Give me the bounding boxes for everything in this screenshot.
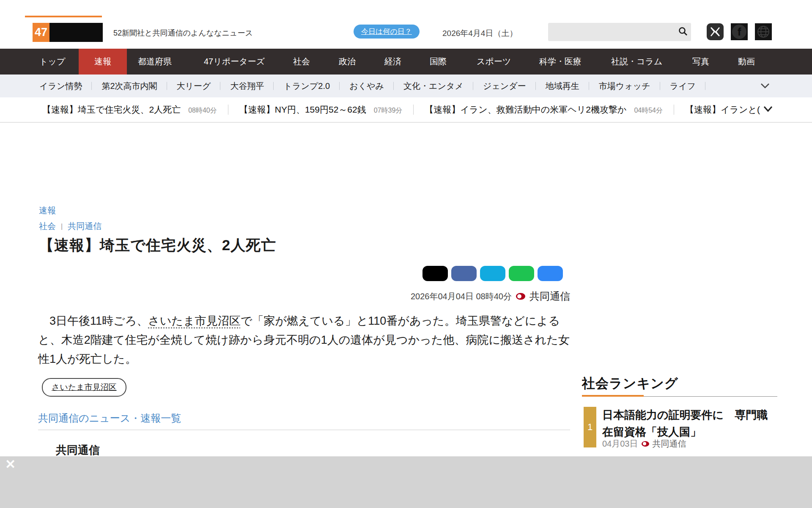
today-button[interactable]: 今日は何の日？ — [354, 25, 420, 39]
topic-subnav: イラン情勢 第2次高市内閣 大リーグ 大谷翔平 トランプ2.0 おくやみ 文化・… — [0, 75, 812, 97]
facebook-social-icon[interactable]: f — [731, 23, 748, 40]
source-link-kyodo[interactable]: 共同通信 — [68, 221, 102, 232]
nav-item-international[interactable]: 国際 — [430, 49, 447, 75]
main-nav: トップ 速報 都道府県 47リポーターズ 社会 政治 経済 国際 スポーツ 科学… — [0, 49, 812, 75]
ranking-heading: 社会ランキング — [582, 375, 678, 392]
subnav-item-gender[interactable]: ジェンダー — [473, 80, 536, 92]
rank-number-badge: 1 — [584, 407, 596, 447]
article-source-label: 共同通信 — [529, 290, 570, 303]
subnav-item-regional[interactable]: 地域再生 — [536, 80, 589, 92]
category-link-society[interactable]: 社会 — [39, 221, 56, 232]
nav-item-science-medical[interactable]: 科学・医療 — [539, 49, 582, 75]
share-x-button[interactable] — [422, 266, 448, 281]
subnav-item-ohtani[interactable]: 大谷翔平 — [220, 80, 274, 92]
breaking-news-ticker: 【速報】埼玉で住宅火災、2人死亡 08時40分 【速報】NY円、159円52～6… — [0, 97, 812, 123]
subnav-item-cabinet[interactable]: 第2次高市内閣 — [92, 80, 167, 92]
nav-item-video[interactable]: 動画 — [738, 49, 755, 75]
body-text: 3日午後11時ごろ、 — [38, 315, 148, 327]
nav-item-editorial-column[interactable]: 社説・コラム — [611, 49, 662, 75]
subnav-item-market[interactable]: 市場ウォッチ — [589, 80, 660, 92]
bottom-ad-overlay: ✕ — [0, 456, 812, 508]
share-twitter-button[interactable] — [480, 266, 505, 281]
subnav-item-okuyami[interactable]: おくやみ — [340, 80, 394, 92]
article-datetime: 2026年04月04日 08時40分 — [411, 291, 512, 302]
globe-icon[interactable] — [755, 23, 772, 40]
share-blue-button[interactable] — [538, 266, 563, 281]
search-box — [548, 23, 691, 41]
subnav-item-life[interactable]: ライフ — [660, 80, 705, 92]
clipped-section-heading: 共同通信 — [56, 443, 100, 458]
nav-item-photo[interactable]: 写真 — [692, 49, 709, 75]
x-social-icon[interactable] — [707, 23, 724, 40]
article-title: 【速報】埼玉で住宅火災、2人死亡 — [39, 235, 276, 255]
nav-item-47reporters[interactable]: 47リポーターズ — [204, 49, 265, 75]
ticker-item-truncated[interactable]: 【速報】イランと( — [674, 104, 762, 116]
share-facebook-button[interactable] — [451, 266, 477, 281]
body-location-link[interactable]: さいたま市見沼区 — [148, 315, 241, 327]
share-line-button[interactable] — [509, 266, 534, 281]
kyodo-logo-icon — [516, 293, 525, 300]
article-body: 3日午後11時ごろ、さいたま市見沼区で「家が燃えている」と110番があった。埼玉… — [38, 312, 570, 369]
kyodo-logo-icon — [642, 441, 649, 447]
ticker-item[interactable]: 【速報】イラン、救難活動中の米軍ヘリ2機攻撃か 04時54分 — [414, 104, 674, 116]
nav-item-politics[interactable]: 政治 — [339, 49, 356, 75]
search-button[interactable] — [675, 23, 691, 41]
subnav-item-trump[interactable]: トランプ2.0 — [274, 80, 340, 92]
site-tagline: 52新聞社と共同通信のよんななニュース — [113, 28, 253, 38]
page: 47 52新聞社と共同通信のよんななニュース 今日は何の日？ 2026年4月4日… — [0, 0, 812, 508]
nav-item-sokuho-active[interactable]: 速報 — [79, 49, 127, 75]
ticker-item[interactable]: 【速報】埼玉で住宅火災、2人死亡 08時40分 — [42, 104, 228, 116]
ranking-rule-accent — [582, 395, 644, 397]
subnav-item-culture[interactable]: 文化・エンタメ — [394, 80, 473, 92]
nav-item-prefectures[interactable]: 都道府県 — [138, 49, 172, 75]
article-meta-row: 2026年04月04日 08時40分 共同通信 — [38, 290, 570, 303]
ranking-item-meta: 04月03日 共同通信 — [602, 438, 686, 450]
site-logo[interactable]: 47 — [33, 23, 103, 42]
ranking-item-date: 04月03日 — [602, 438, 638, 450]
tag-minuma-ward[interactable]: さいたま市見沼区 — [42, 378, 126, 397]
breadcrumb-divider: | — [61, 223, 63, 230]
header-date: 2026年4月4日（土） — [442, 28, 517, 39]
ticker-item[interactable]: 【速報】NY円、159円52～62銭 07時39分 — [228, 104, 414, 116]
nav-item-economy[interactable]: 経済 — [384, 49, 401, 75]
nav-item-society[interactable]: 社会 — [293, 49, 310, 75]
ranking-item-source: 共同通信 — [653, 438, 686, 450]
overlay-close-icon[interactable]: ✕ — [5, 458, 16, 471]
subnav-expand-chevron-icon[interactable] — [760, 83, 770, 91]
subnav-item-mlb[interactable]: 大リーグ — [167, 80, 221, 92]
logo-news-block — [49, 23, 103, 42]
logo-accent-line — [25, 16, 102, 17]
kyodo-news-list-link[interactable]: 共同通信のニュース・速報一覧 — [38, 411, 181, 425]
logo-47-box: 47 — [33, 23, 49, 42]
ticker-expand-chevron-icon[interactable] — [763, 106, 773, 114]
nav-item-top[interactable]: トップ — [39, 49, 65, 75]
article-divider — [38, 430, 570, 430]
breadcrumb: 社会 | 共同通信 — [39, 221, 102, 232]
search-icon — [678, 26, 688, 38]
share-button-row — [38, 266, 570, 281]
nav-item-sports[interactable]: スポーツ — [477, 49, 511, 75]
search-input[interactable] — [548, 23, 675, 41]
facebook-f-glyph: f — [732, 25, 746, 39]
breadcrumb-sokuho-link[interactable]: 速報 — [39, 205, 56, 216]
ranking-item-title[interactable]: 日本語能力の証明要件に 専門職在留資格「技人国」 — [602, 406, 776, 440]
subnav-item-iran[interactable]: イラン情勢 — [39, 80, 92, 92]
